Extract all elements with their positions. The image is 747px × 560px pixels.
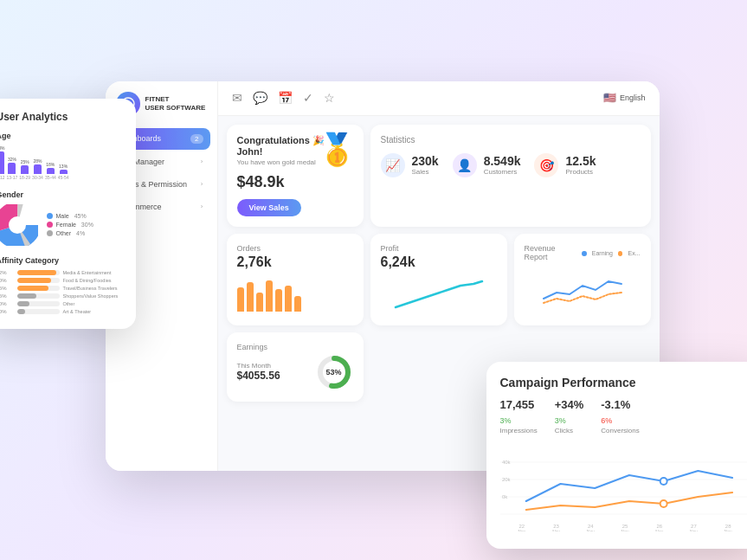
expense-legend: Ex... bbox=[628, 250, 640, 256]
revenue-title-row: Revenue Report Earning Ex... bbox=[525, 244, 641, 263]
products-icon: 🎯 bbox=[534, 153, 558, 177]
svg-text:Nov: Nov bbox=[724, 528, 731, 531]
age-bar-group: 32%13-17 bbox=[7, 157, 18, 180]
order-bar bbox=[237, 287, 244, 312]
gender-section: Male 45% Female 30% Other 4% bbox=[0, 204, 124, 246]
user-analytics-card: User Analytics Age 63%0-1232%13-1725%18-… bbox=[0, 99, 136, 329]
profit-card: Profit 6,24k bbox=[370, 234, 507, 325]
svg-text:Nov: Nov bbox=[518, 528, 525, 531]
revenue-card: Revenue Report Earning Ex... bbox=[514, 234, 651, 325]
earnings-card: Earnings This Month $4055.56 53% bbox=[227, 332, 364, 402]
svg-text:Nov: Nov bbox=[586, 528, 594, 531]
svg-text:40k: 40k bbox=[501, 459, 510, 464]
sales-icon: 📈 bbox=[381, 153, 405, 177]
affinity-section: 92%Media & Entertainment80%Food & Dining… bbox=[0, 270, 124, 314]
top-nav: ✉ 💬 📅 ✓ ☆ 🇺🇸 English bbox=[218, 81, 660, 116]
order-bar bbox=[275, 289, 282, 312]
svg-text:Nov: Nov bbox=[655, 528, 663, 531]
affinity-row: 30%Other bbox=[0, 301, 124, 306]
sales-value: 230k bbox=[412, 154, 439, 168]
order-bar bbox=[256, 293, 263, 312]
svg-point-6 bbox=[9, 216, 26, 234]
chevron-right-icon: › bbox=[201, 180, 203, 188]
products-label: Products bbox=[565, 168, 596, 176]
star-icon[interactable]: ☆ bbox=[324, 91, 335, 105]
flag-icon: 🇺🇸 bbox=[603, 92, 616, 104]
customers-icon: 👤 bbox=[453, 153, 477, 177]
statistics-row: 📈 230k Sales 👤 8.549k Customers bbox=[381, 153, 641, 177]
tasks-icon[interactable]: ✓ bbox=[303, 91, 313, 105]
svg-text:20k: 20k bbox=[501, 476, 510, 481]
revenue-title: Revenue Report bbox=[525, 244, 577, 261]
language-selector[interactable]: 🇺🇸 English bbox=[603, 92, 646, 104]
orders-chart bbox=[237, 277, 353, 312]
svg-text:Nov: Nov bbox=[690, 528, 698, 531]
age-bar-group: 25%18-29 bbox=[19, 159, 30, 180]
campaign-title: Campaign Performance bbox=[500, 376, 748, 389]
female-dot bbox=[47, 222, 53, 228]
age-bar-group: 63%0-12 bbox=[0, 145, 5, 180]
earnings-donut: 53% bbox=[315, 353, 353, 391]
age-bar-group: 28%30-34 bbox=[32, 158, 43, 180]
email-icon[interactable]: ✉ bbox=[232, 91, 242, 105]
svg-text:Nov: Nov bbox=[621, 528, 628, 531]
age-bar-group: 13%45-54 bbox=[58, 164, 69, 180]
profit-title: Profit bbox=[381, 244, 497, 253]
revenue-chart bbox=[525, 268, 641, 307]
svg-point-15 bbox=[660, 479, 666, 484]
earnings-title: Earnings bbox=[237, 343, 353, 351]
orders-card: Orders 2,76k bbox=[227, 234, 364, 325]
congrats-card: Congratulations 🎉 John! You have won gol… bbox=[227, 125, 364, 227]
campaign-performance-chart: 40k 20k 0k 22 Nov 23 Nov 24 Nov 25 Nov 2… bbox=[500, 445, 748, 531]
earning-dot bbox=[582, 251, 587, 256]
logo-text: FITNET USER SOFTWARE bbox=[145, 95, 206, 112]
age-chart: 63%0-1232%13-1725%18-2928%30-3418%35-441… bbox=[0, 145, 124, 180]
orders-value: 2,76k bbox=[237, 254, 353, 270]
expense-dot bbox=[618, 251, 623, 256]
age-section-title: Age bbox=[0, 132, 124, 140]
analytics-title: User Analytics bbox=[0, 111, 124, 123]
profit-chart bbox=[381, 277, 497, 312]
campaign-card: Campaign Performance 17,455 3% Impressio… bbox=[486, 362, 748, 549]
calendar-icon[interactable]: 📅 bbox=[278, 91, 293, 105]
svg-point-17 bbox=[660, 501, 666, 506]
legend-female: Female 30% bbox=[47, 222, 93, 228]
stat-item-sales: 📈 230k Sales bbox=[381, 153, 439, 177]
affinity-row: 80%Food & Dining/Foodies bbox=[0, 278, 124, 283]
legend-other: Other 4% bbox=[47, 230, 93, 236]
customers-label: Customers bbox=[484, 168, 521, 176]
stat-item-customers: 👤 8.549k Customers bbox=[453, 153, 521, 177]
affinity-row: 45%Shoppers/Value Shoppers bbox=[0, 293, 124, 299]
metric-conversions: -3.1% 6% Conversions bbox=[601, 398, 639, 434]
congrats-amount: $48.9k bbox=[237, 173, 353, 191]
gender-section-title: Gender bbox=[0, 190, 124, 199]
chat-icon[interactable]: 💬 bbox=[253, 91, 267, 105]
affinity-row: 92%Media & Entertainment bbox=[0, 270, 124, 275]
medal-icon: 🥇 bbox=[318, 132, 357, 168]
order-bar bbox=[266, 280, 273, 312]
svg-text:0k: 0k bbox=[501, 493, 506, 499]
affinity-section-title: Affinity Category bbox=[0, 256, 124, 265]
scene: FITNET USER SOFTWARE Dashboards 2 File M… bbox=[36, 29, 712, 531]
gender-legend: Male 45% Female 30% Other 4% bbox=[47, 213, 93, 236]
metric-impressions: 17,455 3% Impressions bbox=[500, 398, 538, 434]
profit-value: 6,24k bbox=[381, 254, 497, 270]
customers-value: 8.549k bbox=[484, 154, 521, 168]
earnings-row: This Month $4055.56 53% bbox=[237, 353, 353, 391]
view-sales-button[interactable]: View Sales bbox=[237, 199, 301, 216]
campaign-metrics: 17,455 3% Impressions +34% 3% Clicks -3.… bbox=[500, 398, 748, 434]
earning-legend: Earning bbox=[592, 250, 613, 256]
statistics-card: Statistics 📈 230k Sales 👤 8 bbox=[370, 125, 651, 227]
orders-title: Orders bbox=[237, 244, 353, 253]
male-dot bbox=[47, 213, 53, 219]
chevron-right-icon: › bbox=[201, 203, 203, 210]
affinity-row: 75%Travel/Business Travelers bbox=[0, 286, 124, 291]
order-bar bbox=[247, 282, 254, 312]
statistics-title: Statistics bbox=[381, 135, 641, 145]
metric-clicks: +34% 3% Clicks bbox=[555, 398, 584, 434]
chevron-right-icon: › bbox=[201, 158, 203, 165]
other-dot bbox=[47, 230, 53, 236]
earnings-subtitle: This Month bbox=[237, 362, 280, 370]
legend-male: Male 45% bbox=[47, 213, 93, 219]
products-value: 12.5k bbox=[565, 154, 596, 168]
